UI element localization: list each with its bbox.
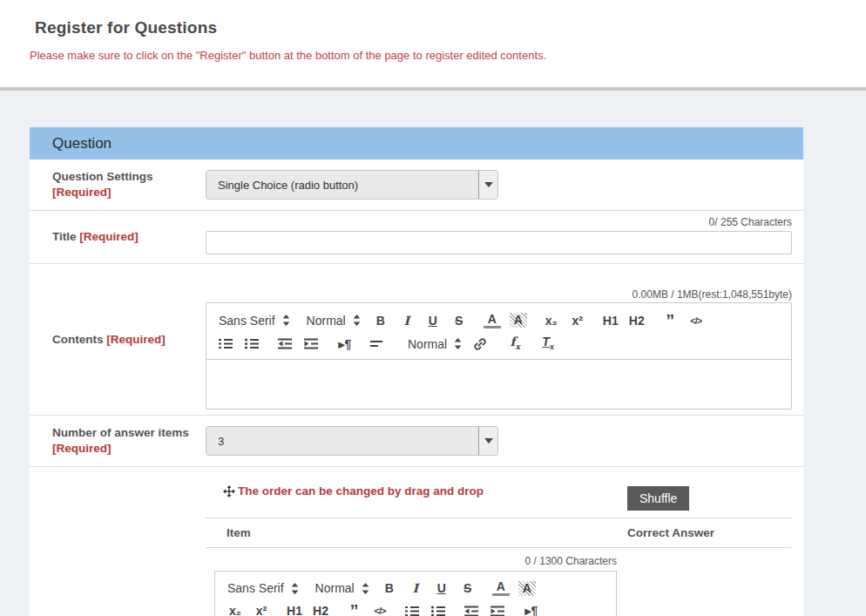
contents-editor-area[interactable] — [206, 360, 791, 409]
drag-move-icon[interactable] — [223, 485, 235, 498]
updown-arrows-icon — [291, 583, 299, 594]
text-color-icon[interactable]: A — [492, 580, 510, 596]
italic-icon[interactable]: I — [398, 312, 416, 329]
updown-arrows-icon — [353, 315, 361, 326]
contents-editor-toolbar: Sans Serif Normal B I U S A A x₂ — [206, 303, 791, 360]
subscript-icon[interactable]: x₂ — [227, 602, 244, 616]
ordered-list-icon[interactable] — [218, 337, 235, 350]
strikethrough-icon[interactable]: S — [459, 579, 477, 597]
line-height-icon[interactable] — [369, 339, 387, 349]
question-settings-label: Question Settings [Required] — [30, 159, 206, 210]
question-card: Question Question Settings [Required] Si… — [30, 127, 803, 616]
size-picker[interactable]: Normal — [310, 581, 369, 595]
indent-icon[interactable] — [303, 337, 321, 350]
underline-icon[interactable]: U — [424, 312, 442, 329]
page-header: Register for Questions Please make sure … — [0, 0, 866, 91]
superscript-icon[interactable]: x² — [253, 602, 270, 616]
required-badge: [Required] — [52, 186, 112, 199]
required-badge: [Required] — [79, 230, 139, 243]
code-block-icon[interactable]: </> — [371, 602, 389, 616]
blockquote-icon[interactable]: ” — [661, 315, 679, 327]
correct-answer-column-header: Correct Answer — [627, 526, 792, 539]
superscript-icon[interactable]: x² — [569, 312, 586, 329]
chevron-down-icon[interactable] — [478, 427, 497, 455]
outdent-icon[interactable] — [277, 337, 294, 350]
underline-icon[interactable]: U — [433, 579, 450, 597]
title-row: Title [Required] 0/ 255 Characters — [30, 211, 803, 264]
ordered-list-icon[interactable] — [404, 605, 422, 616]
subscript-icon[interactable]: x₂ — [543, 312, 560, 329]
contents-editor: Sans Serif Normal B I U S A A x₂ — [206, 302, 792, 410]
item-editor-toolbar: Sans Serif Normal B I U S A A — [215, 572, 616, 616]
background-color-icon[interactable]: A — [510, 313, 527, 328]
font-picker[interactable]: Sans Serif — [213, 314, 290, 328]
chevron-down-icon[interactable] — [478, 171, 497, 199]
page-title: Register for Questions — [0, 0, 866, 37]
bullet-list-icon[interactable] — [244, 337, 261, 350]
updown-arrows-icon — [362, 583, 369, 594]
num-items-value: 3 — [206, 435, 478, 448]
header1-icon[interactable]: H1 — [286, 602, 303, 616]
background-color-icon[interactable]: A — [518, 581, 536, 596]
blockquote-icon[interactable]: ” — [345, 605, 362, 616]
drag-note-text: The order can be changed by drag and dro… — [238, 484, 484, 498]
font-picker[interactable]: Sans Serif — [222, 581, 299, 595]
code-block-icon[interactable]: </> — [687, 312, 705, 329]
section-header: Question — [30, 127, 803, 159]
shuffle-line: The order can be changed by drag and dro… — [206, 484, 792, 518]
bold-icon[interactable]: B — [372, 312, 389, 329]
strikethrough-icon[interactable]: S — [450, 312, 468, 329]
lineheight-picker[interactable]: Normal — [403, 337, 462, 351]
clear-format-icon[interactable]: Tx — [539, 333, 557, 355]
header1-icon[interactable]: H1 — [602, 312, 619, 329]
text-direction-icon[interactable]: ▸¶ — [336, 335, 354, 353]
outdent-icon[interactable] — [463, 605, 481, 616]
required-badge: [Required] — [106, 333, 166, 346]
num-items-row: Number of answer items [Required] 3 — [30, 416, 803, 467]
item-column-header: Item — [227, 526, 627, 539]
updown-arrows-icon — [454, 338, 462, 349]
text-direction-icon[interactable]: ▸¶ — [523, 602, 540, 616]
shuffle-button[interactable]: Shuffle — [627, 486, 689, 511]
items-table-header: Item Correct Answer — [206, 518, 792, 548]
link-icon[interactable] — [473, 337, 491, 351]
contents-label: Contents [Required] — [30, 264, 206, 415]
formula-icon[interactable]: fx — [506, 333, 524, 355]
question-type-select[interactable]: Single Choice (radio button) — [206, 170, 498, 200]
register-reminder-note: Please make sure to click on the "Regist… — [0, 37, 866, 62]
num-items-select[interactable]: 3 — [206, 426, 498, 456]
italic-icon[interactable]: I — [407, 579, 424, 597]
text-color-icon[interactable]: A — [484, 313, 501, 328]
question-type-value: Single Choice (radio button) — [206, 179, 478, 192]
num-items-label: Number of answer items [Required] — [30, 416, 206, 466]
bold-icon[interactable]: B — [381, 579, 398, 597]
contents-row: Contents [Required] 0.00MB / 1MB(rest:1,… — [30, 264, 803, 416]
item-editor: Sans Serif Normal B I U S A A — [214, 571, 617, 616]
item-char-counter: 0 / 1300 Characters — [214, 555, 617, 567]
title-char-counter: 0/ 255 Characters — [206, 216, 792, 228]
header2-icon[interactable]: H2 — [628, 312, 646, 329]
question-settings-row: Question Settings [Required] Single Choi… — [30, 159, 803, 211]
title-label: Title [Required] — [30, 211, 206, 263]
updown-arrows-icon — [282, 315, 290, 326]
header2-icon[interactable]: H2 — [312, 602, 329, 616]
indent-icon[interactable] — [490, 605, 507, 616]
answer-items-section: The order can be changed by drag and dro… — [30, 467, 803, 616]
title-input[interactable] — [206, 231, 792, 254]
size-picker[interactable]: Normal — [301, 314, 361, 328]
required-badge: [Required] — [52, 442, 112, 455]
bullet-list-icon[interactable] — [430, 605, 448, 616]
items-label-spacer — [30, 467, 206, 616]
contents-size-counter: 0.00MB / 1MB(rest:1,048,551byte) — [206, 288, 792, 301]
